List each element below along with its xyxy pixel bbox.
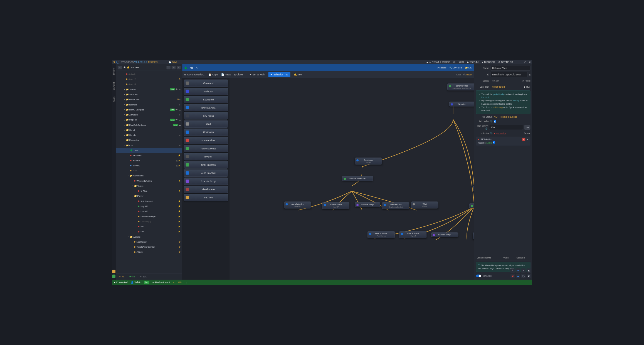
tree-item[interactable]: ▸📁Tarkovsync👁☁ <box>116 87 182 92</box>
palette-inverter[interactable]: Inverter <box>184 153 228 160</box>
node-exec-script[interactable]: Execute Script <box>355 202 380 207</box>
tray-7[interactable]: ◯ <box>521 274 526 278</box>
tray-1[interactable]: ⚠ <box>510 268 515 273</box>
copy-button[interactable]: 📋 Copy <box>208 73 218 76</box>
reset-button[interactable]: ✕ Reset <box>522 79 530 82</box>
tray-2[interactable]: ✱ <box>516 268 520 273</box>
import-tab[interactable]: IMPORT <box>113 66 115 77</box>
tree-item[interactable]: HP⚡ <box>116 224 182 229</box>
more-icon[interactable]: ⋮ <box>185 281 187 284</box>
node-cooldown[interactable]: Cooldown0%-1s <box>355 157 382 164</box>
add-new-button[interactable]: 👁 🔔 Add new... <box>124 66 165 69</box>
tray-3[interactable]: ↗ <box>521 268 526 273</box>
tree-item[interactable]: IsEnabled⚡ <box>116 153 182 158</box>
tree-item[interactable]: ▸📁New folder⚙▸ <box>116 97 182 102</box>
tree-item[interactable]: WindowIsActive⚡ <box>116 178 182 183</box>
tab-tree[interactable]: 🌲 Tree ✎ <box>184 66 198 69</box>
id-input[interactable] <box>491 72 528 77</box>
export-tab[interactable]: EXPORT <box>113 80 115 92</box>
tree-item[interactable]: AutoCombat⚡ <box>116 199 182 204</box>
tree-item[interactable]: MP⚡ <box>116 229 182 234</box>
devtools-button[interactable]: 🔧 Dev Tools <box>449 66 462 69</box>
palette-comment[interactable]: Comment <box>184 80 228 87</box>
palette-key-press[interactable]: Key Press <box>184 112 228 119</box>
user-name[interactable]: 👤 Xab3r <box>131 281 140 284</box>
node-aura1[interactable]: Aura Is Active• LowMP <box>284 201 311 208</box>
settings-link[interactable]: ⚙ SETTINGS <box>498 61 513 63</box>
tree-item[interactable]: LowMP⚡ <box>116 209 182 214</box>
save-button[interactable]: 💾 Save <box>169 61 177 63</box>
l2e-link[interactable]: 📁 L2E <box>465 66 472 69</box>
name-input[interactable] <box>491 66 531 71</box>
tree-item[interactable]: ▾📁Conditions <box>116 173 182 178</box>
menu-icon[interactable]: ⇅ <box>113 61 115 63</box>
tree-item[interactable]: MP Percentage⚡ <box>116 214 182 219</box>
close-button[interactable]: ✕ <box>529 61 531 63</box>
tree-item[interactable]: HighMP⚡ <box>116 204 182 209</box>
node-cooldown2[interactable]: Cooldov <box>473 186 474 191</box>
tree-item[interactable]: ▸📁Script <box>116 127 182 132</box>
maximize-button[interactable]: ▢ <box>524 61 527 63</box>
tree-item[interactable]: ▸📁MapRoll.Settingssync☁ <box>116 122 182 127</box>
mail-icon[interactable]: ✉ <box>453 61 455 63</box>
tree-item[interactable]: LowMP (2)⚡ <box>116 219 182 224</box>
cond-remove-icon[interactable]: − <box>522 138 525 141</box>
minimize-button[interactable]: — <box>520 61 522 63</box>
cursor-icon[interactable]: ↖ <box>173 281 175 284</box>
tray-8[interactable]: ◐ <box>527 274 531 278</box>
sync-icon[interactable]: ⟲ <box>172 66 176 69</box>
palette-force-success[interactable]: Force Success <box>184 145 228 152</box>
tree-item[interactable]: NextTarget⚙ <box>116 239 182 244</box>
palette-execute-script[interactable]: Execute Script <box>184 178 228 185</box>
tree-item[interactable]: ▾📁L2E▸ <box>116 143 182 148</box>
tree-item[interactable]: Play <box>116 168 182 173</box>
tree-item[interactable]: ▸📁HTML Samplessync👁☁ <box>116 107 182 112</box>
discord-link[interactable]: ● DISCORD <box>482 61 495 63</box>
tree-item[interactable]: ▸📁Network▸ <box>116 102 182 107</box>
tree-item[interactable]: ▾📁Actions <box>116 234 182 239</box>
run-button[interactable]: ▶ Run <box>524 85 530 88</box>
palette-force-failure[interactable]: Force Failure <box>184 137 228 144</box>
tray-4[interactable]: ◐ <box>527 268 531 273</box>
palette-fixed-status[interactable]: Fixed Status <box>184 186 228 193</box>
tree-item[interactable]: IsActive▣⚡ <box>116 158 182 163</box>
set-main-button[interactable]: ★ Set as Main <box>250 73 265 76</box>
report-problem-link[interactable]: ☁ ⚠ Report a problem <box>426 61 450 63</box>
tickevery-input[interactable] <box>489 125 523 130</box>
node-b2[interactable]: Aura Is Active• HighMP <box>399 231 426 238</box>
tree-item[interactable]: 📁Examples <box>116 138 182 143</box>
youtube-link[interactable]: ▶ YouTube <box>467 61 479 63</box>
palette-wait[interactable]: Wait <box>184 120 228 128</box>
tree-item[interactable]: Is Alive⚡ <box>116 188 182 193</box>
tree-item[interactable]: AntiAfk <box>116 72 182 77</box>
tree-item[interactable]: Attack⚙ <box>116 250 182 255</box>
tree-item[interactable]: ▸📁MapRollsync👁☁ <box>116 117 182 122</box>
tree-item[interactable]: ▸📁Samples <box>116 92 182 97</box>
palette-cooldown[interactable]: Cooldown <box>184 129 228 136</box>
lf-1[interactable] <box>112 270 115 273</box>
cond-checkbox[interactable] <box>493 141 495 144</box>
tree-item[interactable]: ▾📁Player <box>116 194 182 199</box>
tree-item[interactable]: ToggleAutoCombat⚙ <box>116 244 182 249</box>
node-b3[interactable]: Execute Script <box>431 232 458 237</box>
tray-6[interactable]: ☁ <box>516 274 520 278</box>
keyboard-icon[interactable]: ⌨ <box>178 281 182 284</box>
palette-selector[interactable]: Selector <box>184 88 228 95</box>
palette-aura-is-active[interactable]: Aura Is Active <box>184 169 228 177</box>
paste-button[interactable]: 📄 Paste <box>221 73 231 76</box>
palette-subtree[interactable]: SubTree <box>184 194 228 201</box>
node-selector[interactable]: Selector <box>449 102 474 106</box>
edit-button[interactable]: ✎ Edit <box>524 132 530 135</box>
palette-until-success[interactable]: Until Success <box>184 161 228 169</box>
clone-button[interactable]: ⎘ Clone <box>234 73 243 76</box>
tree-item[interactable]: ▾📁Target <box>116 183 182 188</box>
redirect-input[interactable]: ↪ Redirect Input <box>152 281 170 284</box>
tree-item[interactable]: ▸📁Scryde▸ <box>116 132 182 137</box>
palette-sequence[interactable]: Sequence <box>184 96 228 103</box>
lf-2[interactable] <box>112 275 115 278</box>
behavior-tree-tab[interactable]: ★ Behavior Tree <box>268 72 290 77</box>
new-button[interactable]: 🔔 New <box>294 73 302 76</box>
reload-button[interactable]: ⟳ Reload <box>437 66 446 69</box>
variables-toggle[interactable] <box>476 275 481 277</box>
tree-item[interactable]: BTView▣⚡ <box>116 163 182 168</box>
